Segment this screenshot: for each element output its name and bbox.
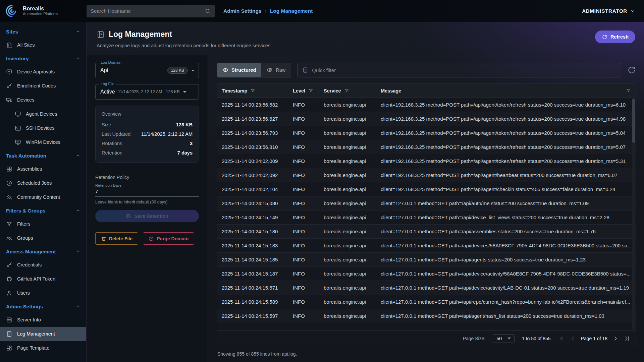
sidebar-item-label: Users <box>17 290 30 296</box>
log-row[interactable]: 2025-11-14 00:24:15,187INFOborealis.engi… <box>217 267 636 281</box>
page-size-select[interactable]: 50 <box>493 334 515 343</box>
sidebar-section-inventory[interactable]: Inventory <box>0 52 86 65</box>
sidebar-item-assemblies[interactable]: Assemblies <box>0 162 86 176</box>
filter-funnel-icon[interactable] <box>344 88 349 93</box>
overview-row-value: 128 KB <box>176 122 193 127</box>
filter-funnel-icon[interactable] <box>626 88 631 93</box>
prev-page-button[interactable] <box>570 335 576 342</box>
log-row[interactable]: 2025-11-14 00:24:15,185INFOborealis.engi… <box>217 253 636 267</box>
sidebar-item-filters[interactable]: Filters <box>0 217 86 231</box>
log-cell-lvl: INFO <box>288 130 319 136</box>
sidebar-item-groups[interactable]: Groups <box>0 231 86 245</box>
delete-file-button[interactable]: Delete File <box>95 232 138 245</box>
chevron-up-icon <box>75 29 81 34</box>
log-row[interactable]: 2025-11-14 00:24:15,589INFOborealis.engi… <box>217 295 636 309</box>
column-header-label: Message <box>381 88 401 94</box>
breadcrumb-parent[interactable]: Admin Settings <box>223 8 262 14</box>
log-row[interactable]: 2025-11-14 00:23:56,793INFOborealis.engi… <box>217 126 636 140</box>
sidebar-item-device-approvals[interactable]: Device Approvals <box>0 65 86 79</box>
sidebar-item-enrollment-codes[interactable]: Enrollment Codes <box>0 79 86 93</box>
hostname-search-input[interactable] <box>91 8 201 14</box>
log-row[interactable]: 2025-11-14 00:24:02,104INFOborealis.engi… <box>217 182 636 196</box>
filter-funnel-icon[interactable] <box>250 88 255 93</box>
sidebar: SitesAll SitesInventoryDevice ApprovalsE… <box>0 22 87 362</box>
log-domain-select[interactable]: Log Domain Api 128 KB <box>95 63 199 78</box>
sidebar-item-github-api-token[interactable]: GitHub API Token <box>0 272 86 286</box>
sidebar-section-admin-settings[interactable]: Admin Settings <box>0 300 86 313</box>
log-row[interactable]: 2025-11-14 00:24:15,080INFOborealis.engi… <box>217 196 636 210</box>
log-cell-ts: 2025-11-14 00:23:56,793 <box>217 130 288 136</box>
log-cell-msg: client=127.0.0.1 method=GET path=/api/de… <box>376 285 636 291</box>
refresh-button-label: Refresh <box>610 34 629 40</box>
log-row[interactable]: 2025-11-14 00:24:15,571INFOborealis.engi… <box>217 281 636 295</box>
table-scrollbar[interactable] <box>632 99 635 330</box>
sidebar-item-community-content[interactable]: Community Content <box>0 190 86 204</box>
sidebar-section-filters-groups[interactable]: Filters & Groups <box>0 204 86 217</box>
column-header-level[interactable]: Level <box>288 84 319 98</box>
breadcrumb-current[interactable]: Log Management <box>270 8 313 14</box>
log-cell-svc: borealis.engine.api <box>319 229 376 234</box>
column-header-message[interactable]: Message <box>376 84 636 98</box>
overview-rows: Size128 KBLast Updated11/14/2025, 2:12:1… <box>102 120 193 158</box>
overview-row: Size128 KB <box>102 120 193 129</box>
last-page-button[interactable] <box>624 335 630 342</box>
overview-row-label: Size <box>102 122 111 127</box>
log-row[interactable]: 2025-11-14 00:24:15,597INFOborealis.engi… <box>217 309 636 323</box>
sidebar-section-task-automation[interactable]: Task Automation <box>0 149 86 162</box>
sidebar-item-all-sites[interactable]: All Sites <box>0 38 86 52</box>
sidebar-item-devices[interactable]: Devices <box>0 93 86 107</box>
chevron-up-icon <box>75 153 81 158</box>
sidebar-item-credentials[interactable]: Credentials <box>0 258 86 272</box>
overview-row-value: 11/14/2025, 2:12:12 AM <box>141 131 193 137</box>
log-cell-ts: 2025-11-14 00:24:02,009 <box>217 158 288 164</box>
sidebar-section-access-management[interactable]: Access Management <box>0 245 86 258</box>
log-file-select[interactable]: Log File Active 11/14/2025, 2:12:12 AM ·… <box>95 84 199 100</box>
sidebar-item-agent-devices[interactable]: Agent Devices <box>0 107 86 121</box>
log-cell-msg: client=127.0.0.1 method=GET path=/api/de… <box>376 215 636 220</box>
sidebar-item-page-template[interactable]: Page Template <box>0 341 86 355</box>
log-cell-svc: borealis.engine.api <box>319 215 376 220</box>
table-scrollbar-thumb[interactable] <box>632 99 635 143</box>
user-menu[interactable]: ADMINISTRATOR <box>582 8 635 14</box>
quick-filter-input[interactable] <box>312 67 616 73</box>
log-row[interactable]: 2025-11-14 00:23:56,582INFOborealis.engi… <box>217 98 636 112</box>
chevron-up-icon <box>75 208 81 213</box>
hostname-search[interactable] <box>87 5 215 17</box>
log-cell-svc: borealis.engine.api <box>319 299 376 305</box>
key-icon <box>6 262 12 268</box>
sidebar-item-winrm-devices[interactable]: WinRM Devices <box>0 135 86 149</box>
eye-icon <box>222 67 228 73</box>
save-retention-button[interactable]: Save Retention <box>95 210 199 222</box>
sidebar-item-users[interactable]: Users <box>0 286 86 300</box>
log-row[interactable]: 2025-11-14 00:24:15,183INFOborealis.engi… <box>217 239 636 253</box>
overview-row-label: Rotations <box>102 141 122 146</box>
sidebar-item-scheduled-jobs[interactable]: Scheduled Jobs <box>0 176 86 190</box>
user-menu-label: ADMINISTRATOR <box>582 8 627 14</box>
log-row[interactable]: 2025-11-14 00:23:56,627INFOborealis.engi… <box>217 112 636 126</box>
refresh-button[interactable]: Refresh <box>595 31 635 43</box>
view-toggle-structured[interactable]: Structured <box>217 63 261 77</box>
quick-filter[interactable] <box>297 63 621 77</box>
log-row[interactable]: 2025-11-14 00:24:02,009INFOborealis.engi… <box>217 154 636 168</box>
log-cell-lvl: INFO <box>288 200 319 206</box>
log-row[interactable]: 2025-11-14 00:24:02,092INFOborealis.engi… <box>217 168 636 182</box>
overview-row: Rotations3 <box>102 139 193 148</box>
sidebar-item-log-management[interactable]: Log Management <box>0 327 86 341</box>
sidebar-item-ssh-devices[interactable]: SSH Devices <box>0 121 86 135</box>
log-row[interactable]: 2025-11-14 00:23:56,810INFOborealis.engi… <box>217 140 636 154</box>
reload-logs-button[interactable] <box>627 66 636 74</box>
sidebar-section-sites[interactable]: Sites <box>0 25 86 38</box>
purge-domain-button[interactable]: Purge Domain <box>143 232 194 245</box>
filter-funnel-icon[interactable] <box>308 88 313 93</box>
log-row[interactable]: 2025-11-14 00:24:15,149INFOborealis.engi… <box>217 210 636 225</box>
log-cell-svc: borealis.engine.api <box>319 116 376 122</box>
log-row[interactable]: 2025-11-14 00:24:15,180INFOborealis.engi… <box>217 225 636 239</box>
pagination-nav: Page 1 of 18 <box>558 335 630 342</box>
view-toggle-raw[interactable]: Raw <box>261 63 291 77</box>
column-header-timestamp[interactable]: Timestamp <box>217 84 288 98</box>
first-page-button[interactable] <box>558 335 565 342</box>
retention-days-input[interactable] <box>95 188 199 194</box>
sidebar-item-server-info[interactable]: Server Info <box>0 313 86 327</box>
column-header-service[interactable]: Service <box>319 84 376 98</box>
next-page-button[interactable] <box>612 335 619 342</box>
